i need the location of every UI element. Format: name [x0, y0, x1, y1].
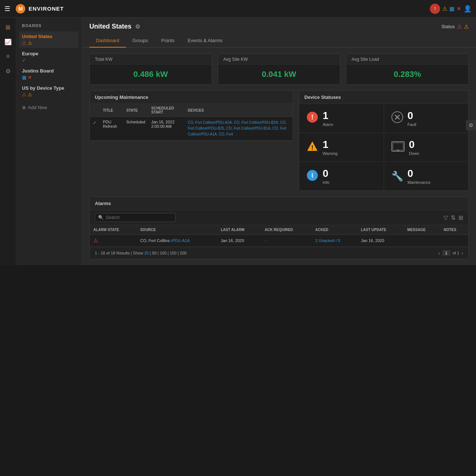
alarm-row-icon: ⚠ — [93, 238, 98, 243]
page-nav: ‹ 1 of 1 › — [438, 250, 463, 256]
status-cell-down: 0 Down — [384, 133, 468, 161]
device-link-1[interactable]: CO, Fort Collins/rPDU-A2A — [188, 120, 232, 124]
source-cell: CO, Fort Colllins rPDU-A1A — [137, 235, 217, 247]
main-header-left: United States ⚙ — [89, 23, 140, 30]
sidebar-item-justins-board[interactable]: Justins Board ▦ ✕ — [19, 66, 79, 82]
notes-cell — [440, 235, 468, 247]
sort-icon[interactable]: ⇅ — [451, 214, 455, 221]
kpi-avg-site-load-value: 0.283% — [346, 64, 468, 84]
app-body: ⊞ 📈 ≡ ⚙ BOARDS United States ⚠ ⚠ Europe … — [0, 18, 476, 265]
sidebar-item-label-justins-board: Justins Board — [22, 68, 76, 74]
sidebar-item-europe[interactable]: Europe ✓ — [19, 49, 79, 65]
alarm-badge-icon-2: ⚠ — [22, 92, 26, 97]
maint-col-check — [90, 104, 100, 117]
alarm-state-cell: ⚠ — [90, 235, 137, 247]
show-200-link[interactable]: 200 — [180, 251, 186, 255]
tab-events-alarms[interactable]: Events & Alarms — [181, 34, 229, 48]
add-new-label: Add New — [28, 105, 47, 110]
add-new-button[interactable]: ⊕ Add New — [19, 102, 79, 113]
col-last-alarm: LAST ALARM — [217, 225, 261, 235]
maint-col-devices: DEVICES — [185, 104, 293, 117]
status-cell-alarm: ! 1 Alarm — [299, 104, 383, 133]
main-content: United States ⚙ Status ⚠ ⚠ Dashboard Gro… — [82, 18, 476, 265]
filter-icon[interactable]: ▽ — [443, 214, 448, 221]
source-link[interactable]: rPDU-A1A — [171, 238, 190, 243]
kpi-total-kw-label: Total KW — [90, 54, 212, 64]
acked-link[interactable]: 2 Unacked / 0 — [315, 238, 340, 243]
warning-label: Warning — [323, 151, 338, 156]
alarm-label: Alarm — [323, 122, 333, 127]
kpi-avg-site-load-label: Avg Site Load — [346, 54, 468, 64]
sidebar-item-label-europe: Europe — [22, 51, 76, 56]
alarms-header: Alarms — [90, 197, 468, 210]
fault-label: Fault — [408, 122, 416, 127]
info-count: 0 — [323, 168, 329, 179]
rail-settings-icon[interactable]: ⚙ — [2, 65, 14, 77]
device-statuses-panel-container: Device Statuses ! 1 — [299, 90, 469, 191]
right-gear-button[interactable]: ⚙ — [466, 120, 476, 130]
device-link-4[interactable]: CO, Fort Collins/rPDU-B1A — [226, 126, 271, 130]
logo-icon: M — [15, 4, 26, 14]
device-nav-icon[interactable]: ▦ — [449, 5, 454, 12]
device-link-2[interactable]: CO, Fort Collins/rPDU-B2A — [234, 120, 278, 124]
ok-badge-icon: ✓ — [22, 57, 26, 63]
device-link-6[interactable]: CO, Fort — [219, 132, 233, 136]
kpi-total-kw-value: 0.486 kW — [90, 64, 212, 84]
kpi-avg-site-kw-label: Avg Site KW — [218, 54, 340, 64]
tab-points[interactable]: Points — [155, 34, 181, 48]
sidebar-title: BOARDS — [19, 22, 79, 31]
status-cell-warning: ! 1 Warning — [299, 133, 383, 161]
rail-chart-icon[interactable]: 📈 — [2, 36, 14, 48]
icon-rail: ⊞ 📈 ≡ ⚙ — [0, 18, 16, 265]
next-page-button[interactable]: › — [461, 250, 463, 256]
wrench-nav-icon[interactable]: ✕ — [457, 5, 461, 12]
alarm-count-icon[interactable]: ! — [430, 4, 440, 14]
alarm-status-info: 1 Alarm — [323, 110, 333, 127]
sidebar-item-badges-europe: ✓ — [22, 57, 76, 63]
maintenance-panel-container: Upcoming Maintenance TITLE STATE SCHEDUL… — [89, 90, 293, 191]
down-count: 0 — [409, 139, 419, 150]
kpi-total-kw: Total KW 0.486 kW — [89, 53, 212, 85]
tab-groups[interactable]: Groups — [126, 34, 155, 48]
search-input[interactable] — [106, 215, 172, 220]
rail-list-icon[interactable]: ≡ — [2, 51, 14, 62]
show-150-link[interactable]: 150 — [170, 251, 176, 255]
device-status-grid: ! 1 Alarm — [299, 104, 468, 190]
warn-badge-icon: ⚠ — [28, 40, 32, 46]
warning-nav-icon[interactable]: ⚠ — [442, 5, 447, 12]
maint-col-title: TITLE — [100, 104, 123, 117]
hamburger-icon[interactable]: ☰ — [4, 5, 10, 13]
col-source: SOURCE — [137, 225, 217, 235]
info-status-info: 0 Info — [323, 168, 329, 185]
device-links: CO, Fort Collins/rPDU-A2A, CO, Fort Coll… — [188, 120, 290, 137]
sidebar-item-us-by-device-type[interactable]: US by Device Type ⚠ ⚠ — [19, 83, 79, 100]
col-notes: NOTES — [440, 225, 468, 235]
columns-icon[interactable]: ⊞ — [458, 214, 463, 221]
show-50-link[interactable]: 50 — [152, 251, 156, 255]
maint-cell-title: PDU Refresh — [100, 117, 123, 141]
settings-gear-icon[interactable]: ⚙ — [135, 23, 140, 30]
svg-rect-10 — [393, 143, 403, 150]
app-title: ENVIRONET — [29, 5, 430, 12]
page-title: United States — [89, 23, 131, 30]
user-nav-icon[interactable]: 👤 — [464, 5, 472, 13]
maintenance-table: TITLE STATE SCHEDULED START DEVICES ✓ PD… — [90, 104, 293, 141]
show-25-link[interactable]: 25 — [144, 251, 149, 255]
tab-dashboard[interactable]: Dashboard — [89, 34, 126, 48]
sidebar-item-badges-us-by-device-type: ⚠ ⚠ — [22, 92, 76, 97]
prev-page-button[interactable]: ‹ — [438, 250, 440, 256]
sidebar-item-united-states[interactable]: United States ⚠ ⚠ — [19, 31, 79, 48]
content-row: Upcoming Maintenance TITLE STATE SCHEDUL… — [82, 90, 476, 197]
rail-dashboard-icon[interactable]: ⊞ — [2, 21, 14, 33]
show-100-link[interactable]: 100 — [160, 251, 166, 255]
sidebar-item-label-united-states: United States — [22, 34, 76, 39]
device-statuses-panel: Device Statuses ! 1 — [299, 90, 469, 191]
page-total: of 1 — [453, 251, 459, 255]
col-message: MESSAGE — [404, 225, 440, 235]
warning-count: 1 — [323, 139, 338, 150]
kpi-avg-site-kw: Avg Site KW 0.041 kW — [218, 53, 341, 85]
search-icon: 🔍 — [98, 215, 104, 220]
maintenance-status-icon: 🔧 — [391, 171, 403, 182]
results-text: 1 - 18 of 18 Results | Show — [95, 251, 143, 255]
device-statuses-header: Device Statuses — [299, 91, 468, 104]
